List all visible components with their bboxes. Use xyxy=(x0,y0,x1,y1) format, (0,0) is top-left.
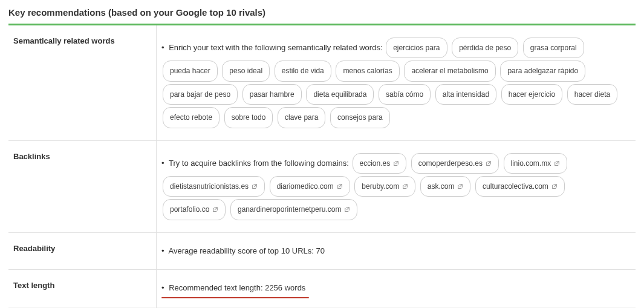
label-text-length: Text length xyxy=(8,270,157,307)
backlink-domain-text: portafolio.co xyxy=(170,205,209,214)
semantic-word-pill[interactable]: clave para xyxy=(278,107,325,128)
backlink-domain-pill[interactable]: linio.com.mx xyxy=(504,153,568,174)
semantic-word-pill[interactable]: estilo de vida xyxy=(275,61,331,81)
content-readability: • Average readability score of top 10 UR… xyxy=(157,233,636,270)
bullet: • xyxy=(161,43,164,52)
backlink-domain-text: culturacolectiva.com xyxy=(483,182,548,191)
backlink-domain-pill[interactable]: portafolio.co xyxy=(163,199,226,220)
bullet: • xyxy=(161,159,164,168)
semantic-word-pill[interactable]: sobre todo xyxy=(224,107,273,128)
backlink-domain-pill[interactable]: culturacolectiva.com xyxy=(475,176,565,197)
bullet: • xyxy=(161,283,164,292)
content-text-length: • Recommended text length: 2256 words xyxy=(157,270,636,307)
backlink-domain-text: ask.com xyxy=(428,182,455,191)
external-link-icon xyxy=(337,183,343,189)
content-semantic: • Enrich your text with the following se… xyxy=(157,25,636,140)
external-link-icon xyxy=(212,206,218,212)
semantic-lead-text: Enrich your text with the following sema… xyxy=(169,43,382,52)
content-backlinks: • Try to acquire backlinks from the foll… xyxy=(157,141,636,232)
semantic-word-pill[interactable]: alta intensidad xyxy=(435,84,496,105)
external-link-icon xyxy=(344,206,350,212)
bullet: • xyxy=(161,246,164,255)
external-link-icon xyxy=(402,183,408,189)
semantic-word-pill[interactable]: hacer dieta xyxy=(567,84,617,105)
backlink-domain-pill[interactable]: beruby.com xyxy=(354,176,415,197)
backlink-domain-pill[interactable]: comoperderpeso.es xyxy=(411,153,499,174)
backlinks-lead-text: Try to acquire backlinks from the follow… xyxy=(169,159,349,168)
row-semantic-words: Semantically related words • Enrich your… xyxy=(8,25,636,141)
semantic-word-pill[interactable]: hacer ejercicio xyxy=(501,84,562,105)
row-readability: Readability • Average readability score … xyxy=(8,233,636,270)
label-backlinks: Backlinks xyxy=(8,141,157,232)
row-backlinks: Backlinks • Try to acquire backlinks fro… xyxy=(8,141,636,233)
backlink-domain-pill[interactable]: ganardineroporinternetperu.com xyxy=(230,199,357,220)
semantic-word-pill[interactable]: grasa corporal xyxy=(523,38,584,58)
semantic-word-pill[interactable]: pueda hacer xyxy=(163,61,218,81)
backlink-domain-text: comoperderpeso.es xyxy=(418,159,483,168)
backlink-domain-text: diariomedico.com xyxy=(277,182,334,191)
semantic-word-pill[interactable]: para adelgazar rápido xyxy=(500,61,585,81)
backlink-domain-text: dietistasnutricionistas.es xyxy=(170,182,249,191)
external-link-icon xyxy=(393,160,399,166)
backlink-domain-pill[interactable]: ask.com xyxy=(420,176,471,197)
external-link-icon xyxy=(457,183,463,189)
semantic-word-pill[interactable]: dieta equilibrada xyxy=(306,84,374,105)
external-link-icon xyxy=(252,183,258,189)
backlink-domain-pill[interactable]: diariomedico.com xyxy=(270,176,350,197)
semantic-word-pill[interactable]: efecto rebote xyxy=(163,107,220,128)
text-length-text: Recommended text length: 2256 words xyxy=(169,283,305,292)
backlink-domain-text: linio.com.mx xyxy=(511,159,551,168)
semantic-word-pill[interactable]: ejercicios para xyxy=(386,38,447,58)
external-link-icon xyxy=(554,160,560,166)
semantic-word-pill[interactable]: menos calorías xyxy=(336,61,399,81)
readability-text: Average readability score of top 10 URLs… xyxy=(168,246,324,255)
semantic-word-pill[interactable]: consejos para xyxy=(330,107,390,128)
label-readability: Readability xyxy=(8,233,157,270)
external-link-icon xyxy=(486,160,492,166)
backlink-domain-text: ganardineroporinternetperu.com xyxy=(238,205,341,214)
recommendations-table: Semantically related words • Enrich your… xyxy=(8,24,636,308)
external-link-icon xyxy=(551,183,558,189)
highlighted-text-length: • Recommended text length: 2256 words xyxy=(161,281,305,296)
semantic-word-pill[interactable]: pasar hambre xyxy=(242,84,302,105)
row-text-length: Text length • Recommended text length: 2… xyxy=(8,270,636,307)
semantic-word-pill[interactable]: para bajar de peso xyxy=(163,84,238,105)
label-semantic: Semantically related words xyxy=(8,25,157,140)
semantic-pill-group: ejercicios para pérdida de peso grasa co… xyxy=(161,43,619,122)
semantic-word-pill[interactable]: sabía cómo xyxy=(379,84,431,105)
semantic-word-pill[interactable]: pérdida de peso xyxy=(452,38,518,58)
backlink-domain-text: beruby.com xyxy=(362,182,399,191)
backlink-domain-pill[interactable]: dietistasnutricionistas.es xyxy=(163,176,265,197)
semantic-word-pill[interactable]: peso ideal xyxy=(222,61,270,81)
semantic-word-pill[interactable]: acelerar el metabolismo xyxy=(404,61,495,81)
page-title: Key recommendations (based on your Googl… xyxy=(8,7,636,24)
backlink-domain-pill[interactable]: eccion.es xyxy=(353,153,407,174)
backlink-domain-text: eccion.es xyxy=(360,159,391,168)
